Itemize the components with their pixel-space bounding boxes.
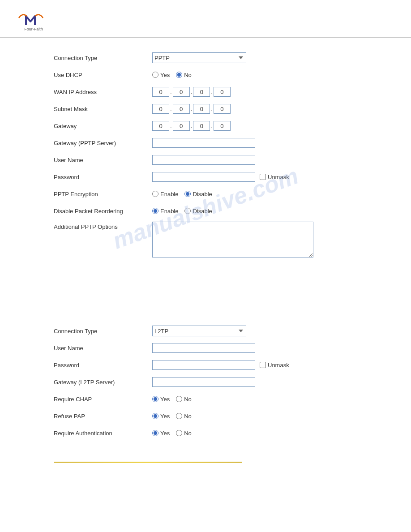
dhcp-yes-label[interactable]: Yes (152, 72, 170, 78)
pptp-enable-text: Enable (160, 191, 178, 197)
wan-ip-octet-3[interactable] (193, 87, 210, 97)
wan-ip-octet-4[interactable] (214, 87, 231, 97)
require-auth-row: Require Authentication Yes No (54, 427, 357, 439)
packet-enable-label[interactable]: Enable (152, 208, 178, 215)
dhcp-no-text: No (184, 72, 192, 78)
packet-disable-label[interactable]: Disable (184, 208, 212, 215)
use-dhcp-radio-group: Yes No (152, 72, 192, 78)
subnet-octet-3[interactable] (193, 104, 210, 114)
gateway-octet-2[interactable] (173, 121, 190, 131)
auth-no-radio[interactable] (176, 430, 182, 436)
gateway-sep-3: . (210, 123, 214, 129)
gateway-octet-3[interactable] (193, 121, 210, 131)
l2tp-unmask-checkbox[interactable] (260, 362, 266, 368)
subnet-mask-group: . . . (152, 104, 231, 114)
gateway-label: Gateway (54, 123, 152, 129)
pptp-enable-radio[interactable] (152, 191, 158, 197)
pap-no-text: No (184, 413, 192, 420)
auth-no-label[interactable]: No (176, 430, 192, 437)
l2tp-connection-type-label: Connection Type (54, 328, 152, 335)
gateway-pptp-label: Gateway (PPTP Server) (54, 140, 152, 146)
wan-ip-octet-1[interactable] (152, 87, 169, 97)
use-dhcp-label: Use DHCP (54, 72, 152, 78)
subnet-octet-2[interactable] (173, 104, 190, 114)
chap-yes-text: Yes (160, 396, 170, 403)
pptp-encryption-radio-group: Enable Disable (152, 191, 212, 197)
wan-ip-sep-1: . (169, 89, 173, 95)
pptp-unmask-text: Unmask (268, 174, 289, 180)
l2tp-connection-type-control: L2TP PPTP PPPoE Static IP DHCP (152, 326, 357, 336)
l2tp-connection-type-select[interactable]: L2TP PPTP PPPoE Static IP DHCP (152, 326, 246, 336)
disable-packet-radio-group: Enable Disable (152, 208, 212, 215)
pptp-encryption-control: Enable Disable (152, 191, 357, 197)
pptp-encryption-label: PPTP Encryption (54, 191, 152, 197)
packet-disable-radio[interactable] (184, 208, 191, 214)
gateway-octet-4[interactable] (214, 121, 231, 131)
dhcp-no-radio[interactable] (176, 72, 182, 78)
l2tp-gateway-input[interactable] (152, 377, 255, 387)
pap-no-label[interactable]: No (176, 413, 192, 420)
page-header: Four-Faith (0, 0, 411, 38)
additional-pptp-row: Additional PPTP Options (54, 222, 357, 257)
refuse-pap-row: Refuse PAP Yes No (54, 410, 357, 422)
chap-no-label[interactable]: No (176, 396, 192, 403)
l2tp-username-label: User Name (54, 345, 152, 352)
auth-yes-label[interactable]: Yes (152, 430, 170, 437)
additional-pptp-control (152, 222, 357, 257)
pptp-disable-text: Disable (193, 191, 212, 197)
auth-yes-radio[interactable] (152, 430, 158, 436)
bottom-divider (54, 462, 242, 463)
subnet-octet-4[interactable] (214, 104, 231, 114)
dhcp-no-label[interactable]: No (176, 72, 192, 78)
gateway-sep-2: . (190, 123, 193, 129)
chap-yes-radio[interactable] (152, 396, 158, 402)
chap-yes-label[interactable]: Yes (152, 396, 170, 403)
wan-ip-row: WAN IP Address . . . (54, 86, 357, 98)
subnet-mask-label: Subnet Mask (54, 106, 152, 112)
connection-type-control: PPTP L2TP PPPoE Static IP DHCP (152, 52, 357, 63)
gateway-row: Gateway . . . (54, 120, 357, 132)
subnet-sep-2: . (190, 106, 193, 112)
additional-pptp-label: Additional PPTP Options (54, 222, 152, 230)
pptp-encryption-row: PPTP Encryption Enable Disable (54, 188, 357, 200)
gateway-pptp-row: Gateway (PPTP Server) (54, 137, 357, 149)
gateway-sep-1: . (169, 123, 173, 129)
subnet-sep-3: . (210, 106, 214, 112)
require-chap-control: Yes No (152, 396, 357, 403)
pptp-enable-label[interactable]: Enable (152, 191, 178, 197)
gateway-octet-1[interactable] (152, 121, 169, 131)
pptp-username-input[interactable] (152, 155, 255, 165)
dhcp-yes-text: Yes (160, 72, 170, 78)
pptp-disable-radio[interactable] (184, 191, 191, 197)
disable-packet-row: Disable Packet Reordering Enable Disable (54, 205, 357, 217)
connection-type-select[interactable]: PPTP L2TP PPPoE Static IP DHCP (152, 52, 246, 63)
require-auth-radio-group: Yes No (152, 430, 192, 437)
connection-type-row: Connection Type PPTP L2TP PPPoE Static I… (54, 51, 357, 64)
gateway-group: . . . (152, 121, 231, 131)
gateway-pptp-input[interactable] (152, 138, 255, 148)
use-dhcp-row: Use DHCP Yes No (54, 69, 357, 81)
pptp-unmask-checkbox[interactable] (260, 174, 266, 180)
pap-yes-label[interactable]: Yes (152, 413, 170, 420)
subnet-octet-1[interactable] (152, 104, 169, 114)
wan-ip-sep-2: . (190, 89, 193, 95)
l2tp-password-input[interactable] (152, 360, 255, 370)
logo: Four-Faith (13, 8, 398, 33)
l2tp-password-label: Password (54, 362, 152, 369)
wan-ip-octet-2[interactable] (173, 87, 190, 97)
pptp-disable-label[interactable]: Disable (184, 191, 212, 197)
chap-no-radio[interactable] (176, 396, 182, 402)
l2tp-gateway-row: Gateway (L2TP Server) (54, 376, 357, 388)
pap-yes-radio[interactable] (152, 413, 158, 419)
l2tp-unmask-label[interactable]: Unmask (260, 362, 289, 369)
pptp-password-input[interactable] (152, 172, 255, 182)
pptp-username-row: User Name (54, 154, 357, 166)
packet-enable-radio[interactable] (152, 208, 158, 214)
pptp-unmask-label[interactable]: Unmask (260, 174, 289, 180)
pap-no-radio[interactable] (176, 413, 182, 419)
l2tp-username-input[interactable] (152, 343, 255, 353)
dhcp-yes-radio[interactable] (152, 72, 158, 78)
additional-pptp-textarea[interactable] (152, 222, 313, 257)
refuse-pap-radio-group: Yes No (152, 413, 192, 420)
wan-ip-group: . . . (152, 87, 231, 97)
